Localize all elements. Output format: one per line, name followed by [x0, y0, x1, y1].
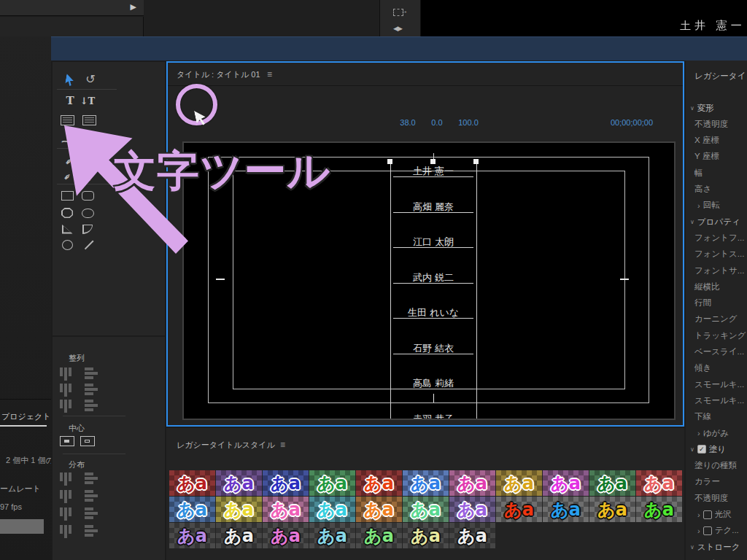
- title-style-swatch[interactable]: あa: [449, 470, 495, 496]
- title-style-swatch[interactable]: あa: [309, 497, 355, 522]
- title-style-swatch[interactable]: あa: [216, 497, 262, 522]
- property-row-25[interactable]: ›光沢: [686, 508, 747, 522]
- title-style-swatch[interactable]: あa: [169, 523, 215, 548]
- property-row-8[interactable]: フォントフ...: [686, 230, 747, 245]
- wedge-tool[interactable]: [58, 221, 76, 237]
- align-bottom-objects[interactable]: [85, 400, 102, 413]
- property-row-5[interactable]: 高さ: [686, 182, 747, 197]
- legacy-title-window-titlebar[interactable]: [51, 36, 747, 61]
- chevron-right-icon[interactable]: ›: [697, 510, 700, 519]
- align-vcenter-objects[interactable]: [60, 384, 77, 397]
- title-style-swatch[interactable]: あa: [403, 497, 449, 522]
- title-style-swatch[interactable]: あa: [449, 523, 495, 548]
- checkbox-unchecked[interactable]: [703, 526, 712, 535]
- property-row-17[interactable]: スモールキ...: [686, 377, 747, 392]
- property-row-2[interactable]: X 座標: [686, 133, 747, 148]
- property-row-20[interactable]: ›ゆがみ: [686, 426, 747, 440]
- checkbox-checked[interactable]: ✓: [697, 445, 706, 454]
- property-row-7[interactable]: ∨プロパティ: [686, 214, 747, 229]
- property-row-13[interactable]: カーニング: [686, 312, 747, 327]
- title-style-swatch[interactable]: あa: [403, 523, 449, 548]
- clipped-corner-rectangle-tool[interactable]: [58, 205, 76, 221]
- align-left-objects[interactable]: [60, 368, 77, 381]
- track-select-forward-tool[interactable]: →: [393, 6, 403, 19]
- property-row-22[interactable]: 塗りの種類: [686, 459, 747, 473]
- checkbox-unchecked[interactable]: [703, 510, 712, 519]
- property-row-28[interactable]: ∨ストロ...: [686, 556, 747, 560]
- chevron-right-icon[interactable]: ›: [697, 429, 700, 438]
- property-row-27[interactable]: ∨ストローク: [686, 540, 747, 554]
- chevron-down-icon[interactable]: ∨: [690, 544, 694, 551]
- rotation-tool[interactable]: ↺: [82, 71, 99, 87]
- panel-menu-icon[interactable]: ≡: [267, 69, 272, 79]
- distribute-bottom[interactable]: [85, 508, 102, 521]
- horizontal-scrollbar[interactable]: [0, 519, 44, 534]
- selection-handle[interactable]: [387, 159, 392, 164]
- property-row-3[interactable]: Y 座標: [686, 149, 747, 164]
- property-row-26[interactable]: ›テク...: [686, 524, 747, 538]
- align-hcenter-objects[interactable]: [85, 384, 102, 397]
- selection-handle[interactable]: [473, 159, 479, 164]
- chevron-down-icon[interactable]: ∨: [690, 105, 694, 112]
- chevron-right-icon[interactable]: ›: [697, 201, 700, 210]
- align-top-objects[interactable]: [85, 368, 102, 381]
- distribute-right[interactable]: [60, 508, 77, 521]
- title-style-swatch[interactable]: あa: [403, 470, 449, 496]
- distribute-hcenter[interactable]: [60, 490, 77, 503]
- chevron-right-icon[interactable]: ›: [697, 526, 700, 535]
- chevron-down-icon[interactable]: ∨: [690, 446, 694, 453]
- title-style-swatch[interactable]: あa: [216, 470, 262, 496]
- title-style-swatch[interactable]: あa: [263, 470, 309, 496]
- font-size-value[interactable]: 38.0: [394, 118, 422, 127]
- distribute-vspace[interactable]: [85, 525, 102, 538]
- property-row-15[interactable]: ベースライ...: [686, 345, 747, 359]
- title-style-swatch[interactable]: あa: [636, 470, 682, 496]
- property-row-1[interactable]: 不透明度: [686, 117, 747, 131]
- title-style-swatch[interactable]: あa: [589, 497, 635, 522]
- title-style-swatch[interactable]: あa: [496, 497, 542, 522]
- property-row-16[interactable]: 傾き: [686, 361, 747, 376]
- property-row-10[interactable]: フォントサ...: [686, 263, 747, 278]
- property-row-14[interactable]: トラッキング: [686, 328, 747, 343]
- round-rectangle-tool[interactable]: [79, 205, 96, 221]
- area-type-tool[interactable]: [58, 112, 76, 128]
- ripple-edit-tool[interactable]: ◀▶: [393, 25, 402, 32]
- kerning-value[interactable]: 0.0: [425, 118, 449, 127]
- title-style-swatch[interactable]: あa: [309, 523, 355, 548]
- leading-value[interactable]: 100.0: [452, 118, 484, 127]
- title-style-swatch[interactable]: あa: [356, 497, 402, 522]
- arc-tool[interactable]: [79, 221, 96, 237]
- title-style-swatch[interactable]: あa: [263, 523, 309, 548]
- property-row-24[interactable]: 不透明度: [686, 491, 747, 505]
- distribute-top[interactable]: [85, 472, 102, 486]
- selection-handle[interactable]: [430, 159, 436, 164]
- title-style-swatch[interactable]: あa: [543, 470, 589, 496]
- vertical-type-tool[interactable]: ↓T: [79, 93, 96, 109]
- center-horizontal-button[interactable]: [60, 436, 74, 446]
- title-style-swatch[interactable]: あa: [309, 470, 355, 496]
- ellipse-tool[interactable]: [58, 237, 76, 253]
- line-tool[interactable]: [80, 237, 98, 253]
- title-style-swatch[interactable]: あa: [169, 497, 215, 522]
- title-style-swatch[interactable]: あa: [449, 497, 495, 522]
- styles-menu-icon[interactable]: ≡: [280, 440, 285, 450]
- property-row-0[interactable]: ∨変形: [686, 101, 747, 115]
- title-style-swatch[interactable]: あa: [636, 497, 682, 522]
- title-style-swatch[interactable]: あa: [589, 470, 635, 496]
- panel-tab-title[interactable]: タイトル : タイトル 01: [177, 69, 260, 80]
- property-row-23[interactable]: カラー: [686, 475, 747, 489]
- rectangle-tool[interactable]: [58, 187, 76, 203]
- title-style-swatch[interactable]: あa: [496, 470, 542, 496]
- distribute-left[interactable]: [60, 472, 77, 486]
- title-style-swatch[interactable]: あa: [356, 523, 402, 548]
- distribute-vcenter[interactable]: [85, 490, 102, 503]
- distribute-hspace[interactable]: [60, 525, 77, 538]
- property-row-4[interactable]: 幅: [686, 166, 747, 180]
- property-row-12[interactable]: 行間: [686, 296, 747, 311]
- title-style-swatch[interactable]: あa: [263, 497, 309, 522]
- vertical-area-type-tool[interactable]: [80, 112, 98, 128]
- project-tab[interactable]: プロジェクト:: [1, 411, 51, 422]
- title-text-line[interactable]: 赤羽 恭子: [390, 413, 476, 419]
- background-video-timecode[interactable]: 00;00;00;00: [605, 118, 658, 127]
- title-style-swatch[interactable]: あa: [356, 470, 402, 496]
